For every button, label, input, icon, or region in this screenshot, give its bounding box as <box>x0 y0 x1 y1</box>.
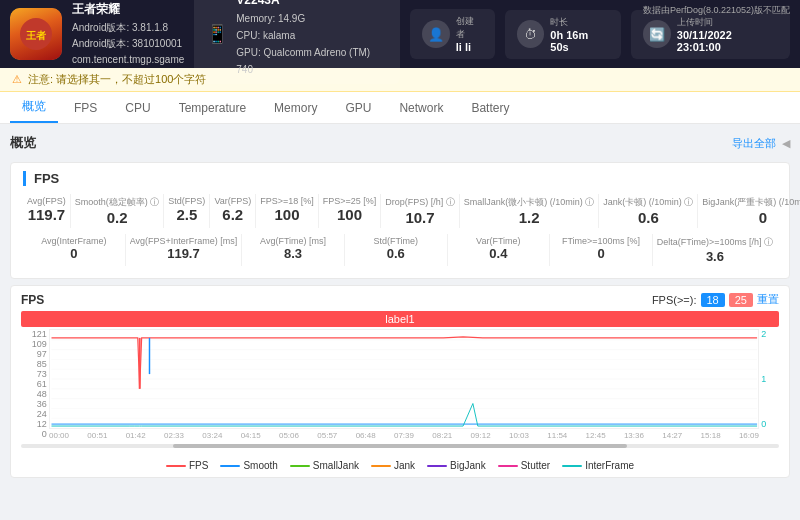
fps-card-title: FPS <box>23 171 777 186</box>
legend-smalljank: SmallJank <box>290 460 359 471</box>
legend-bigjank-dot <box>427 465 447 467</box>
duration-section: ⏱ 时长 0h 16m 50s <box>505 10 622 59</box>
tab-battery[interactable]: Battery <box>459 95 521 123</box>
tab-temperature[interactable]: Temperature <box>167 95 258 123</box>
duration-value: 0h 16m 50s <box>550 29 609 53</box>
phone-icon: 📱 <box>206 19 228 50</box>
creator-label: 创建者 <box>456 15 483 41</box>
stat-drop-fps: Drop(FPS) [/h] ⓘ 10.7 <box>381 194 460 228</box>
device-memory: Memory: 14.9G <box>236 10 388 27</box>
upload-icon: 🔄 <box>643 20 671 48</box>
legend-jank-dot <box>371 465 391 467</box>
stat-std-fps: Std(FPS) 2.5 <box>164 194 210 228</box>
legend-fps-dot <box>166 465 186 467</box>
legend-smalljank-dot <box>290 465 310 467</box>
stat-smalljank: SmallJank(微小卡顿) (/10min) ⓘ 1.2 <box>460 194 600 228</box>
notice-text: 注意: 请选择其一，不超过100个字符 <box>28 72 206 87</box>
creator-icon: 👤 <box>422 20 450 48</box>
fps-stats-row2: Avg(InterFrame) 0 Avg(FPS+InterFrame) [m… <box>23 234 777 266</box>
fps-stats-row1: Avg(FPS) 119.7 Smooth(稳定帧率) ⓘ 0.2 Std(FP… <box>23 194 777 228</box>
main-content: 概览 导出全部 ◀ FPS Avg(FPS) 119.7 Smooth(稳定帧率… <box>0 124 800 520</box>
chart-area: label1 121 109 97 85 73 61 48 36 24 12 0 <box>21 311 779 456</box>
android-version2: Android版本: 381010001 <box>72 36 184 52</box>
y-axis-fps: 121 109 97 85 73 61 48 36 24 12 0 <box>21 329 49 429</box>
legend-interframe-dot <box>562 465 582 467</box>
stat-ftime100: FTime>=100ms [%] 0 <box>550 234 653 266</box>
chart-scrollbar[interactable] <box>21 444 779 448</box>
stat-delta-ftime: Delta(FTime)>=100ms [/h] ⓘ 3.6 <box>653 234 777 266</box>
legend-smooth: Smooth <box>220 460 277 471</box>
creator-value: li li <box>456 41 483 53</box>
device-section: 📱 V2243A Memory: 14.9G CPU: kalama GPU: … <box>194 0 400 84</box>
android-version1: Android版本: 3.81.1.8 <box>72 20 184 36</box>
app-icon: 王者 <box>10 8 62 60</box>
stat-fps25: FPS>=25 [%] 100 <box>319 194 382 228</box>
legend-smooth-dot <box>220 465 240 467</box>
stat-var-ftime: Var(FTime) 0.4 <box>448 234 551 266</box>
fps-controls: FPS(>=): 18 25 重置 <box>652 292 779 307</box>
fps-value1[interactable]: 18 <box>701 293 725 307</box>
x-axis-labels: 00:00 00:51 01:42 02:33 03:24 04:15 05:0… <box>21 431 779 440</box>
stat-avg-fps: Avg(FPS) 119.7 <box>23 194 71 228</box>
tab-gpu[interactable]: GPU <box>333 95 383 123</box>
section-title: 概览 <box>10 134 36 152</box>
stat-jank: Jank(卡顿) (/10min) ⓘ 0.6 <box>599 194 698 228</box>
stat-avg-interframe: Avg(InterFrame) 0 <box>23 234 126 266</box>
stat-std-ftime: Std(FTime) 0.6 <box>345 234 448 266</box>
chart-title: FPS <box>21 293 44 307</box>
legend-interframe: InterFrame <box>562 460 634 471</box>
chart-legend: FPS Smooth SmallJank Jank BigJank Stutte… <box>21 460 779 471</box>
svg-text:王者: 王者 <box>26 30 47 41</box>
fps-value2[interactable]: 25 <box>729 293 753 307</box>
warning-icon: ⚠ <box>12 73 22 86</box>
version-notice: 数据由PerfDog(8.0.221052)版不匹配 <box>643 4 790 17</box>
duration-label: 时长 <box>550 16 609 29</box>
stat-fps18: FPS>=18 [%] 100 <box>256 194 319 228</box>
clock-icon: ⏱ <box>517 20 545 48</box>
export-button[interactable]: 导出全部 <box>732 136 776 151</box>
expand-icon[interactable]: ◀ <box>782 137 790 150</box>
legend-stutter: Stutter <box>498 460 550 471</box>
device-gpu: GPU: Qualcomm Adreno (TM) 740 <box>236 44 388 78</box>
fps-chart-svg <box>49 329 760 429</box>
tab-network[interactable]: Network <box>387 95 455 123</box>
legend-jank: Jank <box>371 460 415 471</box>
tab-overview[interactable]: 概览 <box>10 92 58 123</box>
fps-gte-label: FPS(>=): <box>652 294 697 306</box>
tab-fps[interactable]: FPS <box>62 95 109 123</box>
stat-smooth: Smooth(稳定帧率) ⓘ 0.2 <box>71 194 165 228</box>
reset-button[interactable]: 重置 <box>757 292 779 307</box>
creator-section: 👤 创建者 li li <box>410 9 494 59</box>
app-info: 王者荣耀 Android版本: 3.81.1.8 Android版本: 3810… <box>72 0 184 67</box>
chart-label-bar: label1 <box>21 311 779 327</box>
fps-chart-card: FPS FPS(>=): 18 25 重置 label1 121 109 97 … <box>10 285 790 478</box>
upload-value: 30/11/2022 23:01:00 <box>677 29 778 53</box>
fps-stats-card: FPS Avg(FPS) 119.7 Smooth(稳定帧率) ⓘ 0.2 St… <box>10 162 790 279</box>
section-header: 概览 导出全部 ◀ <box>10 130 790 156</box>
tab-memory[interactable]: Memory <box>262 95 329 123</box>
header: 数据由PerfDog(8.0.221052)版不匹配 王者 王者荣耀 Andro… <box>0 0 800 68</box>
upload-label: 上传时间 <box>677 16 778 29</box>
stat-var-fps: Var(FPS) 6.2 <box>210 194 256 228</box>
y-axis-secondary: 2 1 0 <box>759 329 779 429</box>
legend-bigjank: BigJank <box>427 460 486 471</box>
chart-header: FPS FPS(>=): 18 25 重置 <box>21 292 779 307</box>
device-cpu: CPU: kalama <box>236 27 388 44</box>
app-name: 王者荣耀 <box>72 0 184 19</box>
nav-tabs: 概览 FPS CPU Temperature Memory GPU Networ… <box>0 92 800 124</box>
stat-avg-ftime: Avg(FTime) [ms] 8.3 <box>242 234 345 266</box>
scrollbar-thumb[interactable] <box>173 444 628 448</box>
legend-stutter-dot <box>498 465 518 467</box>
legend-fps: FPS <box>166 460 208 471</box>
stat-avg-fps-interframe: Avg(FPS+InterFrame) [ms] 119.7 <box>126 234 243 266</box>
tab-cpu[interactable]: CPU <box>113 95 162 123</box>
package-name: com.tencent.tmgp.sgame <box>72 52 184 68</box>
stat-bigjank: BigJank(严重卡顿) (/10min) ⓘ 0 <box>698 194 800 228</box>
device-name: V2243A <box>236 0 388 10</box>
